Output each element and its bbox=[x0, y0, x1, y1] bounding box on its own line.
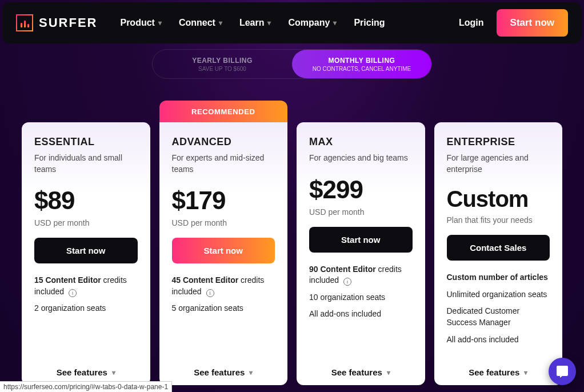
plan-price: $179 bbox=[172, 186, 275, 215]
chevron-down-icon: ▾ bbox=[267, 19, 271, 27]
plan-price: $89 bbox=[34, 186, 138, 215]
billing-yearly-option[interactable]: YEARLY BILLING SAVE UP TO $600 bbox=[153, 50, 292, 78]
feature-line: All add-ons included bbox=[309, 309, 413, 320]
see-features-toggle[interactable]: See features▾ bbox=[34, 356, 138, 377]
plan-desc: For agencies and big teams bbox=[309, 153, 413, 164]
plan-price: $299 bbox=[309, 175, 413, 204]
billing-monthly-option[interactable]: MONTHLY BILLING NO CONTRACTS, CANCEL ANY… bbox=[292, 50, 431, 78]
see-features-toggle[interactable]: See features▾ bbox=[447, 356, 550, 377]
plan-card-advanced: RECOMMENDED ADVANCED For experts and mid… bbox=[159, 101, 288, 385]
brand-name: SURFER bbox=[39, 15, 97, 30]
nav-right: Login Start now bbox=[459, 9, 568, 37]
info-icon[interactable]: i bbox=[206, 289, 214, 297]
plan-card-essential: ESSENTIAL For individuals and small team… bbox=[22, 122, 150, 385]
feature-line: Dedicated Customer Success Manager bbox=[447, 306, 550, 328]
plan-name: ENTERPRISE bbox=[447, 136, 550, 148]
nav-link-connect[interactable]: Connect▾ bbox=[179, 18, 222, 28]
start-now-button[interactable]: Start now bbox=[309, 227, 413, 253]
pricing-cards: ESSENTIAL For individuals and small team… bbox=[22, 101, 562, 385]
start-now-button[interactable]: Start now bbox=[172, 238, 275, 263]
plan-desc: For experts and mid-sized teams bbox=[172, 153, 275, 175]
brand-logo[interactable]: SURFER bbox=[16, 14, 97, 31]
plan-price-sub: USD per month bbox=[309, 207, 413, 217]
nav-links: Product▾ Connect▾ Learn▾ Company▾ Pricin… bbox=[120, 18, 385, 28]
feature-line: All add-ons included bbox=[447, 334, 550, 346]
plan-price-sub: USD per month bbox=[34, 218, 138, 227]
plan-card-enterprise: ENTERPRISE For large agencies and enterp… bbox=[434, 122, 563, 385]
start-now-button[interactable]: Start now bbox=[34, 238, 138, 263]
chevron-down-icon: ▾ bbox=[524, 369, 527, 377]
plan-features: 45 Content Editor credits included i 5 o… bbox=[172, 275, 275, 314]
info-icon[interactable]: i bbox=[69, 289, 77, 297]
plan-features: 15 Content Editor credits included i 2 o… bbox=[34, 275, 138, 314]
plan-desc: For large agencies and enterprise bbox=[447, 153, 550, 175]
plan-features: Custom number of articles Unlimited orga… bbox=[447, 272, 550, 345]
nav-link-company[interactable]: Company▾ bbox=[288, 18, 337, 28]
see-features-toggle[interactable]: See features▾ bbox=[309, 356, 413, 377]
plan-card-max: MAX For agencies and big teams $299 USD … bbox=[297, 122, 425, 385]
chevron-down-icon: ▾ bbox=[158, 19, 162, 27]
see-features-toggle[interactable]: See features▾ bbox=[172, 356, 275, 377]
chevron-down-icon: ▾ bbox=[219, 19, 222, 27]
start-now-button[interactable]: Start now bbox=[497, 9, 568, 37]
chevron-down-icon: ▾ bbox=[387, 369, 390, 377]
browser-status-url: https://surferseo.com/pricing/#w-tabs-0-… bbox=[0, 381, 172, 392]
nav-link-learn[interactable]: Learn▾ bbox=[239, 18, 271, 28]
plan-price-sub: Plan that fits your needs bbox=[447, 215, 550, 225]
plan-desc: For individuals and small teams bbox=[34, 153, 138, 175]
chevron-down-icon: ▾ bbox=[249, 369, 253, 377]
plan-name: MAX bbox=[309, 136, 413, 148]
chevron-down-icon: ▾ bbox=[333, 19, 337, 27]
feature-line: Unlimited organization seats bbox=[447, 289, 550, 301]
login-link[interactable]: Login bbox=[459, 18, 484, 28]
feature-line: 45 Content Editor credits included i bbox=[172, 275, 275, 297]
info-icon[interactable]: i bbox=[343, 278, 351, 286]
billing-toggle: YEARLY BILLING SAVE UP TO $600 MONTHLY B… bbox=[152, 49, 432, 79]
feature-line: 2 organization seats bbox=[34, 303, 138, 314]
plan-name: ADVANCED bbox=[172, 136, 275, 148]
feature-line: 90 Content Editor credits included i bbox=[309, 264, 413, 286]
logo-icon bbox=[16, 14, 33, 31]
feature-line: 15 Content Editor credits included i bbox=[34, 275, 138, 297]
plan-features: 90 Content Editor credits included i 10 … bbox=[309, 264, 413, 320]
chevron-down-icon: ▾ bbox=[112, 369, 115, 377]
plan-price-sub: USD per month bbox=[172, 218, 275, 227]
feature-line: 5 organization seats bbox=[172, 303, 275, 314]
feature-line: Custom number of articles bbox=[447, 272, 550, 283]
feature-line: 10 organization seats bbox=[309, 292, 413, 303]
chat-icon bbox=[555, 365, 569, 378]
contact-sales-button[interactable]: Contact Sales bbox=[447, 235, 550, 261]
chat-widget-button[interactable] bbox=[549, 358, 576, 385]
top-nav: SURFER Product▾ Connect▾ Learn▾ Company▾… bbox=[2, 2, 582, 43]
plan-price: Custom bbox=[447, 186, 550, 212]
nav-link-pricing[interactable]: Pricing bbox=[354, 18, 385, 28]
nav-link-product[interactable]: Product▾ bbox=[120, 18, 161, 28]
recommended-ribbon: RECOMMENDED bbox=[159, 101, 288, 122]
plan-name: ESSENTIAL bbox=[34, 136, 138, 148]
